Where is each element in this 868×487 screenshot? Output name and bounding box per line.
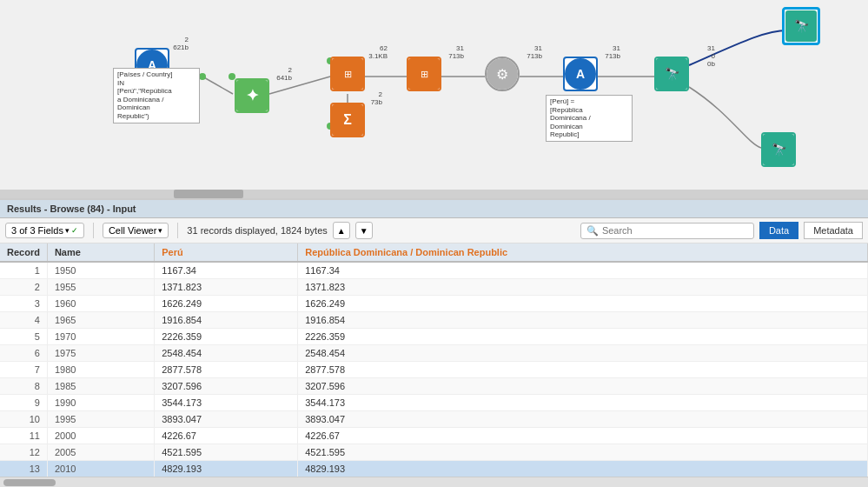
viewer-selector[interactable]: Cell Viewer ▾ (103, 223, 169, 238)
node-gear[interactable]: ⚙ 31713b (485, 57, 520, 91)
filter2-label: [Perú] =[RepúblicaDominicana /DominicanR… (546, 95, 633, 142)
fields-selector[interactable]: 3 of 3 Fields ▾ ✓ (5, 223, 84, 238)
badge-62-3kb: 623.1KB (368, 44, 388, 60)
panel-title-bar: Results - Browse (84) - Input (0, 200, 868, 218)
table-header: Record Name Perú República Dominicana / … (0, 244, 868, 262)
cell-record: 9 (0, 395, 47, 411)
table-row[interactable]: 219551371.8231371.823 (0, 279, 868, 296)
node-sigma[interactable]: Σ 273b (330, 103, 365, 137)
cell-peru: 3893.047 (155, 411, 298, 428)
cell-peru: 2877.578 (155, 362, 298, 378)
cell-rep-dom: 3544.173 (298, 395, 868, 411)
table-row[interactable]: 1320104829.1934829.193 (0, 461, 868, 477)
bino2-icon: 🔭 (785, 10, 817, 42)
cell-peru: 1626.249 (155, 296, 298, 312)
cell-peru: 3207.596 (155, 378, 298, 395)
table-body: 119501167.341167.34219551371.8231371.823… (0, 262, 868, 477)
cell-peru: 4226.67 (155, 428, 298, 444)
cell-name: 2005 (47, 444, 154, 461)
viewer-chevron-icon: ▾ (158, 226, 162, 235)
cell-record: 5 (0, 329, 47, 345)
cell-record: 4 (0, 312, 47, 329)
sigma-icon: Σ (332, 104, 363, 136)
chevron-down-icon: ▾ (65, 226, 70, 235)
cell-peru: 2226.359 (155, 329, 298, 345)
badge-621b: 2621b (173, 36, 189, 51)
cell-name: 1980 (47, 362, 154, 378)
node-bino3[interactable]: 🔭 (761, 132, 796, 167)
node-orange-table1[interactable]: ⊞ 623.1KB (330, 57, 365, 91)
cell-name: 1970 (47, 329, 154, 345)
tab-metadata[interactable]: Metadata (804, 222, 863, 239)
bino3-icon: 🔭 (763, 134, 794, 165)
table-row[interactable]: 519702226.3592226.359 (0, 329, 868, 345)
join-icon: ✦ (236, 80, 268, 111)
cell-record: 7 (0, 362, 47, 378)
blue-circle2-icon: A (565, 58, 596, 90)
node-filter2[interactable]: A 31713b [Perú] =[RepúblicaDominicana /D… (563, 57, 598, 91)
svg-line-0 (202, 77, 233, 94)
cell-name: 1955 (47, 279, 154, 296)
scroll-down-button[interactable]: ▼ (355, 222, 373, 239)
search-icon: 🔍 (586, 225, 599, 237)
table-row[interactable]: 319601626.2491626.249 (0, 296, 868, 312)
data-table: Record Name Perú República Dominicana / … (0, 244, 868, 477)
badge-31-713b-3: 31713b (605, 44, 620, 60)
results-table: Record Name Perú República Dominicana / … (0, 244, 868, 477)
search-input[interactable] (602, 225, 741, 236)
cell-name: 1965 (47, 312, 154, 329)
table-row[interactable]: 1220054521.5954521.595 (0, 444, 868, 461)
svg-point-7 (199, 73, 206, 80)
cell-name: 1975 (47, 345, 154, 362)
toolbar: 3 of 3 Fields ▾ ✓ Cell Viewer ▾ 31 recor… (0, 218, 868, 244)
col-name: Name (47, 244, 154, 262)
workflow-canvas: A 2621b [Países / Country]IN[Perú","Repú… (0, 0, 868, 200)
cell-record: 12 (0, 444, 47, 461)
col-rep-dom: República Dominicana / Dominican Republi… (298, 244, 868, 262)
cell-peru: 1916.854 (155, 312, 298, 329)
node-bino1[interactable]: 🔭 3100b (654, 57, 689, 91)
separator2 (177, 223, 178, 238)
cell-record: 3 (0, 296, 47, 312)
scroll-up-button[interactable]: ▲ (333, 222, 350, 239)
cell-name: 1950 (47, 262, 154, 279)
cell-name: 2000 (47, 428, 154, 444)
cell-rep-dom: 3207.596 (298, 378, 868, 395)
checkmark-icon: ✓ (71, 226, 78, 235)
table-row[interactable]: 719802877.5782877.578 (0, 362, 868, 378)
table-row[interactable]: 119501167.341167.34 (0, 262, 868, 279)
cell-rep-dom: 1626.249 (298, 296, 868, 312)
cell-record: 10 (0, 411, 47, 428)
cell-peru: 4829.193 (155, 461, 298, 477)
cell-record: 8 (0, 378, 47, 395)
cell-name: 2010 (47, 461, 154, 477)
col-record: Record (0, 244, 47, 262)
cell-peru: 4521.595 (155, 444, 298, 461)
canvas-scrollbar[interactable] (0, 190, 868, 198)
table-row[interactable]: 619752548.4542548.454 (0, 345, 868, 362)
table-row[interactable]: 919903544.1733544.173 (0, 395, 868, 411)
scrollbar-thumb[interactable] (3, 479, 56, 486)
node-bino2-selected[interactable]: 🔭 (782, 7, 820, 45)
table-row[interactable]: 1019953893.0473893.047 (0, 411, 868, 428)
cell-name: 1960 (47, 296, 154, 312)
cell-name: 1990 (47, 395, 154, 411)
results-panel: Results - Browse (84) - Input 3 of 3 Fie… (0, 200, 868, 487)
horizontal-scrollbar[interactable] (0, 477, 868, 487)
node-orange-table2[interactable]: ⊞ 31713b (407, 57, 441, 91)
cell-peru: 3544.173 (155, 395, 298, 411)
search-box[interactable]: 🔍 (580, 223, 754, 239)
cell-rep-dom: 1371.823 (298, 279, 868, 296)
node-join[interactable]: ✦ 2641b (235, 78, 269, 113)
table-row[interactable]: 1120004226.674226.67 (0, 428, 868, 444)
cell-name: 1985 (47, 378, 154, 395)
cell-rep-dom: 4226.67 (298, 428, 868, 444)
records-info: 31 records displayed, 1824 bytes (187, 225, 327, 236)
cell-rep-dom: 4829.193 (298, 461, 868, 477)
cell-name: 1995 (47, 411, 154, 428)
table-row[interactable]: 419651916.8541916.854 (0, 312, 868, 329)
tab-data[interactable]: Data (759, 222, 798, 239)
cell-record: 6 (0, 345, 47, 362)
table-row[interactable]: 819853207.5963207.596 (0, 378, 868, 395)
col-peru: Perú (155, 244, 298, 262)
